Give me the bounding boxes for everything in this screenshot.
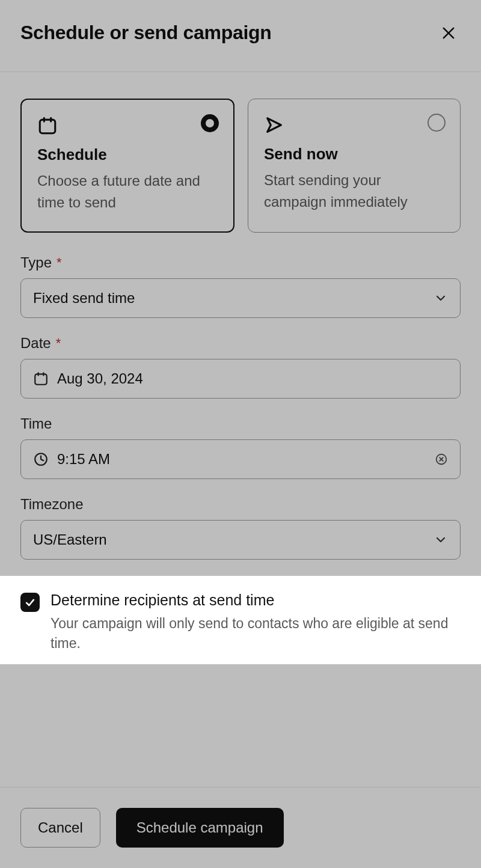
chevron-down-icon [434,533,448,547]
clear-icon[interactable] [435,453,448,466]
close-icon [440,25,457,41]
timezone-select[interactable]: US/Eastern [20,520,461,560]
modal-title: Schedule or send campaign [20,22,272,44]
timezone-value: US/Eastern [33,531,434,548]
close-button[interactable] [440,23,461,43]
clock-icon [33,451,49,467]
option-schedule[interactable]: Schedule Choose a future date and time t… [20,99,234,233]
determine-recipients-row: Determine recipients at send time Your c… [0,576,481,664]
send-icon [264,115,444,135]
timezone-label: Timezone [20,496,461,513]
date-label: Date * [20,335,461,352]
date-value: Aug 30, 2024 [57,370,448,387]
svg-rect-2 [40,120,55,133]
required-star: * [57,255,62,270]
option-schedule-desc: Choose a future date and time to send [37,170,218,213]
cancel-button[interactable]: Cancel [20,808,100,848]
option-schedule-title: Schedule [37,145,218,164]
svg-rect-5 [35,374,47,384]
radio-unselected [427,114,446,132]
date-input[interactable]: Aug 30, 2024 [20,359,461,399]
chevron-down-icon [434,291,448,305]
schedule-campaign-button[interactable]: Schedule campaign [116,808,284,848]
option-sendnow-desc: Start sending your campaign immediately [264,170,444,213]
type-label: Type * [20,254,461,271]
determine-recipients-title: Determine recipients at send time [51,591,461,609]
time-input[interactable]: 9:15 AM [20,439,461,479]
modal-footer: Cancel Schedule campaign [0,787,481,868]
radio-selected [201,114,219,132]
option-send-now[interactable]: Send now Start sending your campaign imm… [248,99,461,233]
type-value: Fixed send time [33,290,434,307]
time-value: 9:15 AM [57,451,435,468]
required-star: * [56,335,61,351]
option-sendnow-title: Send now [264,145,444,164]
determine-recipients-checkbox[interactable] [20,593,40,612]
time-label: Time [20,415,461,432]
calendar-icon [33,371,49,387]
modal-header: Schedule or send campaign [0,0,481,72]
calendar-icon [37,115,218,136]
determine-recipients-desc: Your campaign will only send to contacts… [51,614,461,654]
check-icon [24,596,36,608]
type-select[interactable]: Fixed send time [20,278,461,318]
